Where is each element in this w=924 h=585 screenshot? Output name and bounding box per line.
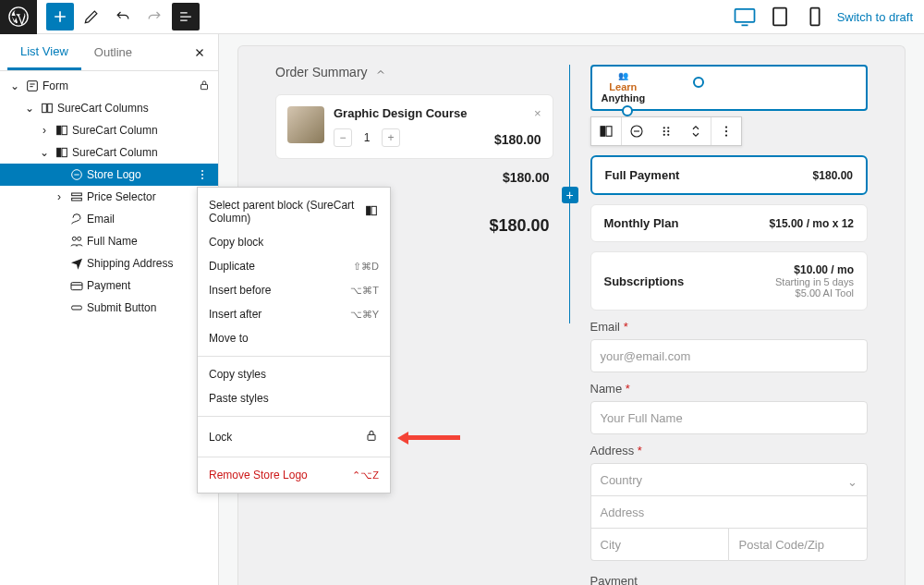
close-sidebar-icon[interactable]	[188, 42, 211, 64]
menu-copy-styles[interactable]: Copy styles	[198, 362, 390, 386]
svg-point-33	[667, 134, 669, 136]
toolbar-column-icon[interactable]	[591, 117, 621, 145]
document-overview-button[interactable]	[172, 3, 200, 30]
svg-rect-7	[48, 104, 53, 112]
tablet-preview-icon[interactable]	[767, 4, 793, 30]
svg-rect-24	[368, 434, 375, 440]
svg-point-36	[724, 134, 726, 136]
tree-store-logo[interactable]: Store Logo	[0, 164, 218, 186]
svg-rect-4	[28, 81, 38, 91]
wordpress-logo[interactable]	[0, 0, 37, 34]
block-context-menu: Select parent block (SureCart Column) Co…	[197, 187, 391, 494]
topbar-tools	[37, 3, 200, 30]
address-input[interactable]: Address	[590, 495, 869, 529]
zip-input[interactable]: Postal Code/Zip	[728, 528, 868, 561]
insert-between-button[interactable]: +	[562, 187, 578, 203]
svg-rect-5	[201, 84, 208, 89]
tree-form[interactable]: ⌄Form	[0, 75, 218, 97]
mobile-preview-icon[interactable]	[802, 4, 828, 30]
menu-remove[interactable]: Remove Store Logo⌃⌥Z	[198, 463, 390, 487]
country-select[interactable]: Country ⌄	[590, 463, 869, 496]
undo-button[interactable]	[109, 3, 137, 30]
plan-monthly[interactable]: Monthly Plan $15.00 / mo x 12	[590, 204, 869, 242]
svg-point-18	[72, 237, 76, 240]
editor-topbar: Switch to draft	[0, 0, 924, 34]
remove-product-icon[interactable]: ×	[534, 106, 541, 120]
column-icon	[364, 203, 379, 221]
product-card: Graphic Design Course − 1 + × $180.00	[275, 94, 553, 159]
form-icon	[22, 79, 43, 93]
tree-payment[interactable]: Payment	[0, 274, 218, 297]
qty-minus-button[interactable]: −	[334, 128, 352, 147]
toolbar-logo-icon[interactable]	[622, 117, 651, 145]
menu-paste-styles[interactable]: Paste styles	[198, 386, 390, 410]
menu-insert-before[interactable]: Insert before⌥⌘T	[198, 278, 390, 302]
menu-select-parent[interactable]: Select parent block (SureCart Column)	[198, 193, 390, 230]
toolbar-more-icon[interactable]	[711, 117, 741, 145]
lock-icon	[198, 79, 211, 94]
svg-point-34	[724, 126, 726, 128]
logo-text: 👥 Learn Anything	[602, 72, 646, 104]
email-input[interactable]: your@email.com	[590, 339, 869, 372]
tab-outline[interactable]: Outline	[81, 36, 145, 68]
desktop-preview-icon[interactable]	[732, 4, 758, 30]
svg-point-31	[667, 130, 669, 132]
column-icon	[52, 145, 72, 160]
column-icon	[52, 123, 72, 138]
shipping-icon	[67, 256, 87, 271]
store-logo-block[interactable]: 👥 Learn Anything	[590, 65, 869, 111]
edit-tool[interactable]	[78, 3, 105, 30]
menu-lock[interactable]: Lock	[198, 422, 390, 451]
svg-rect-21	[72, 306, 82, 310]
city-input[interactable]: City	[590, 528, 729, 561]
product-price: $180.00	[494, 132, 541, 147]
block-tree: ⌄Form ⌄SureCart Columns ›SureCart Column…	[0, 71, 218, 323]
menu-duplicate[interactable]: Duplicate⇧⌘D	[198, 254, 390, 278]
product-title: Graphic Design Course	[334, 106, 485, 121]
switch-to-draft[interactable]: Switch to draft	[837, 10, 913, 24]
plan-subscriptions[interactable]: Subscriptions $10.00 / mo Starting in 5 …	[590, 251, 869, 311]
chevron-down-icon: ⌄	[847, 475, 857, 489]
svg-rect-8	[57, 126, 61, 134]
list-view-sidebar: List View Outline ⌄Form ⌄SureCart Column…	[0, 34, 219, 585]
sidebar-tabs: List View Outline	[0, 34, 218, 71]
order-summary-header[interactable]: Order Summary	[275, 65, 553, 79]
more-icon[interactable]	[194, 167, 211, 182]
tree-price-selector[interactable]: ›Price Selector	[0, 186, 218, 208]
tree-shipping[interactable]: Shipping Address	[0, 252, 218, 274]
menu-insert-after[interactable]: Insert after⌥⌘Y	[198, 302, 390, 326]
tree-column-2[interactable]: ⌄SureCart Column	[0, 141, 218, 164]
columns-icon	[37, 101, 57, 116]
resize-handle-icon[interactable]	[622, 105, 633, 116]
toolbar-drag-icon[interactable]	[651, 117, 681, 145]
svg-rect-2	[773, 8, 786, 26]
address-label: Address *	[590, 444, 869, 457]
qty-plus-button[interactable]: +	[382, 128, 400, 147]
svg-point-28	[663, 127, 664, 128]
plan-full-payment[interactable]: Full Payment $180.00	[590, 155, 869, 195]
menu-move-to[interactable]: Move to	[198, 326, 390, 350]
add-block-button[interactable]	[46, 3, 74, 30]
svg-rect-1	[735, 9, 754, 22]
svg-rect-11	[62, 148, 67, 156]
tree-columns[interactable]: ⌄SureCart Columns	[0, 97, 218, 119]
toolbar-move-icon[interactable]	[681, 117, 711, 145]
resize-handle-icon[interactable]	[693, 77, 704, 88]
tree-full-name[interactable]: Full Name	[0, 230, 218, 252]
svg-rect-6	[43, 104, 47, 112]
svg-rect-25	[601, 127, 605, 137]
tree-email[interactable]: Email	[0, 208, 218, 230]
store-logo-icon	[67, 167, 87, 182]
menu-copy-block[interactable]: Copy block	[198, 230, 390, 254]
svg-rect-9	[62, 126, 67, 134]
tree-column-1[interactable]: ›SureCart Column	[0, 119, 218, 141]
chevron-up-icon	[375, 67, 386, 78]
redo-button[interactable]	[140, 3, 168, 30]
email-label: Email *	[590, 320, 869, 334]
qty-value: 1	[358, 131, 376, 144]
tree-submit[interactable]: Submit Button	[0, 297, 218, 319]
tab-list-view[interactable]: List View	[7, 35, 81, 70]
name-input[interactable]: Your Full Name	[590, 401, 869, 434]
quantity-control: − 1 +	[334, 128, 485, 147]
svg-point-14	[201, 174, 203, 176]
